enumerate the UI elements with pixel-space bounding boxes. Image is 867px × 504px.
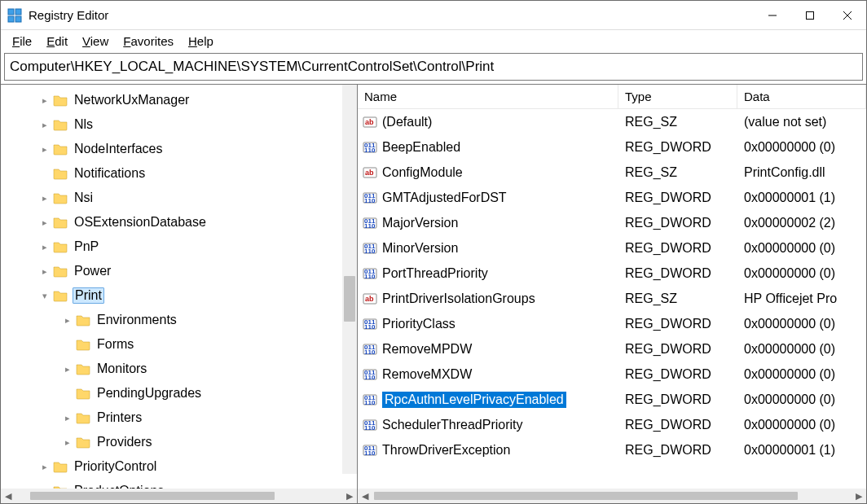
svg-text:110: 110 (364, 197, 376, 204)
tree-item[interactable]: ▸Environments (1, 308, 357, 332)
tree-item[interactable]: ▸Printers (1, 405, 357, 430)
dword-value-icon: 011110 (363, 266, 377, 281)
menu-file[interactable]: File (6, 33, 38, 50)
maximize-button[interactable] (791, 1, 829, 30)
menu-view[interactable]: View (76, 33, 115, 50)
value-row[interactable]: 011110GMTAdjustedForDSTREG_DWORD0x000000… (358, 185, 866, 210)
address-bar[interactable]: Computer\HKEY_LOCAL_MACHINE\SYSTEM\Curre… (4, 53, 863, 81)
column-data[interactable]: Data (737, 85, 866, 108)
tree-item[interactable]: ▸NetworkUxManager (1, 88, 357, 112)
svg-text:ab: ab (365, 169, 374, 177)
expand-icon[interactable]: ▸ (40, 95, 50, 106)
value-type: REG_DWORD (618, 216, 737, 230)
minimize-button[interactable] (754, 1, 791, 30)
tree-item[interactable]: ▸Providers (1, 430, 357, 454)
value-data: 0x00000001 (1) (737, 443, 866, 458)
tree-item[interactable]: ·Notifications (1, 161, 357, 186)
dword-value-icon: 011110 (363, 443, 377, 458)
expand-icon[interactable]: ▸ (40, 462, 50, 472)
dword-value-icon: 011110 (363, 392, 377, 407)
folder-icon (53, 460, 68, 473)
value-row[interactable]: 011110PriorityClassREG_DWORD0x00000000 (… (358, 311, 866, 336)
tree-vertical-scrollbar[interactable] (342, 85, 357, 474)
value-row[interactable]: 011110BeepEnabledREG_DWORD0x00000000 (0) (358, 134, 866, 160)
folder-icon (76, 338, 90, 351)
value-row[interactable]: 011110PortThreadPriorityREG_DWORD0x00000… (358, 261, 866, 286)
value-row[interactable]: 011110ThrowDriverExceptionREG_DWORD0x000… (358, 437, 866, 462)
value-row[interactable]: 011110MinorVersionREG_DWORD0x00000000 (0… (358, 235, 866, 261)
tree-item[interactable]: ▾Print (1, 283, 357, 308)
folder-icon (53, 142, 68, 156)
column-type[interactable]: Type (618, 85, 737, 108)
tree-item[interactable]: ▸ProductOptions (1, 479, 357, 489)
dword-value-icon: 011110 (363, 317, 377, 331)
tree-item[interactable]: ▸NodeInterfaces (1, 137, 357, 161)
tree-item[interactable]: ▸PriorityControl (1, 454, 357, 479)
menu-help[interactable]: Help (182, 33, 220, 50)
close-button[interactable] (829, 1, 866, 30)
expand-icon[interactable]: ▸ (40, 120, 50, 130)
dword-value-icon: 011110 (363, 367, 377, 382)
tree-item-label: NodeInterfaces (73, 142, 165, 156)
scroll-left-icon[interactable]: ◀ (358, 489, 372, 503)
tree[interactable]: ▸NetworkUxManager▸Nls▸NodeInterfaces·Not… (1, 85, 357, 489)
tree-item[interactable]: ▸Nsi (1, 186, 357, 210)
tree-item[interactable]: ▸OSExtensionDatabase (1, 210, 357, 234)
expand-icon[interactable]: ▸ (40, 144, 50, 155)
tree-item-label: NetworkUxManager (73, 93, 191, 107)
value-row[interactable]: 011110RemoveMPDWREG_DWORD0x00000000 (0) (358, 336, 866, 362)
value-name: MinorVersion (382, 241, 458, 256)
collapse-icon[interactable]: ▾ (40, 291, 50, 301)
value-row[interactable]: ab(Default)REG_SZ(value not set) (358, 109, 866, 134)
value-type: REG_DWORD (618, 317, 737, 331)
expand-icon[interactable]: ▸ (40, 217, 50, 228)
svg-text:110: 110 (364, 222, 376, 230)
expand-icon[interactable]: ▸ (40, 242, 50, 252)
expand-icon[interactable]: ▸ (40, 486, 50, 489)
titlebar[interactable]: Registry Editor (1, 1, 866, 30)
folder-icon (76, 387, 90, 400)
value-list[interactable]: ab(Default)REG_SZ(value not set)011110Be… (358, 109, 866, 489)
expand-icon[interactable]: ▸ (40, 193, 50, 204)
tree-item[interactable]: ▸Nls (1, 112, 357, 137)
expand-icon[interactable]: ▸ (63, 413, 73, 423)
list-horizontal-scrollbar[interactable]: ◀ ▶ (358, 489, 866, 503)
tree-item[interactable]: ▸Monitors (1, 357, 357, 381)
panes: ▸NetworkUxManager▸Nls▸NodeInterfaces·Not… (1, 84, 866, 503)
scrollbar-thumb[interactable] (344, 276, 355, 322)
scroll-right-icon[interactable]: ▶ (852, 489, 866, 503)
expand-icon[interactable]: ▸ (40, 266, 50, 277)
string-value-icon: ab (363, 115, 377, 129)
svg-text:110: 110 (364, 399, 376, 406)
hscroll-thumb[interactable] (30, 492, 275, 500)
tree-item[interactable]: ·Forms (1, 332, 357, 357)
svg-rect-2 (8, 16, 14, 22)
tree-item[interactable]: ·PendingUpgrades (1, 381, 357, 405)
value-name: BeepEnabled (382, 140, 460, 155)
tree-item[interactable]: ▸PnP (1, 234, 357, 259)
value-row[interactable]: abConfigModuleREG_SZPrintConfig.dll (358, 160, 866, 185)
value-row[interactable]: 011110MajorVersionREG_DWORD0x00000002 (2… (358, 210, 866, 235)
value-row[interactable]: 011110RpcAuthnLevelPrivacyEnabledREG_DWO… (358, 387, 866, 412)
expand-icon[interactable]: ▸ (63, 437, 73, 448)
menu-favorites[interactable]: Favorites (117, 33, 180, 50)
tree-item-label: PnP (73, 239, 100, 254)
dword-value-icon: 011110 (363, 418, 377, 432)
column-name[interactable]: Name (358, 85, 618, 108)
tree-item[interactable]: ▸Power (1, 259, 357, 283)
dword-value-icon: 011110 (363, 241, 377, 256)
scroll-left-icon[interactable]: ◀ (1, 489, 15, 503)
hscroll-thumb[interactable] (374, 492, 798, 500)
value-data: 0x00000000 (0) (737, 392, 866, 407)
value-name: (Default) (382, 115, 432, 129)
expand-icon[interactable]: ▸ (63, 364, 73, 375)
expand-icon[interactable]: ▸ (63, 315, 73, 326)
tree-horizontal-scrollbar[interactable]: ◀ ▶ (1, 489, 357, 503)
column-headers[interactable]: Name Type Data (358, 85, 866, 109)
menu-edit[interactable]: Edit (40, 33, 74, 50)
scroll-right-icon[interactable]: ▶ (342, 489, 357, 503)
value-row[interactable]: 011110SchedulerThreadPriorityREG_DWORD0x… (358, 412, 866, 437)
value-row[interactable]: 011110RemoveMXDWREG_DWORD0x00000000 (0) (358, 362, 866, 387)
value-row[interactable]: abPrintDriverIsolationGroupsREG_SZHP Off… (358, 286, 866, 311)
value-type: REG_DWORD (618, 140, 737, 155)
